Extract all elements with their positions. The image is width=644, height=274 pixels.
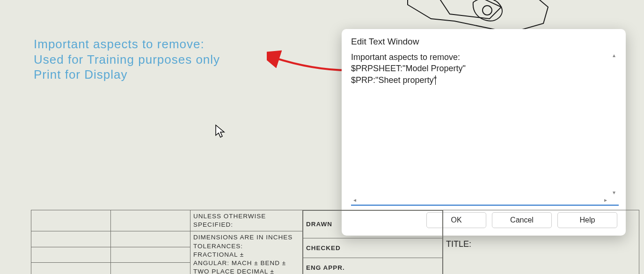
tb-checked-label: CHECKED xyxy=(303,238,443,258)
scroll-down-icon[interactable]: ▾ xyxy=(610,189,618,196)
annotation-line-1: Important aspects to remove: xyxy=(34,37,220,52)
svg-point-0 xyxy=(483,6,492,15)
tb-cell-empty xyxy=(31,210,111,231)
tb-cell-empty xyxy=(31,263,111,274)
edit-text-window-dialog: Edit Text Window Important aspects to re… xyxy=(342,29,626,236)
scroll-left-icon[interactable]: ◂ xyxy=(351,196,359,204)
tb-drawn-label: DRAWN xyxy=(303,211,443,238)
tb-spec-line: ANGULAR: MACH ± BEND ± xyxy=(193,259,300,267)
tb-signatures: DRAWN CHECKED ENG APPR. xyxy=(303,210,443,274)
tb-spec-line: TOLERANCES: xyxy=(193,242,300,251)
tb-spec-header: UNLESS OTHERWISE SPECIFIED: xyxy=(190,210,303,231)
tb-cell-empty xyxy=(111,247,190,262)
text-editor[interactable]: Important aspects to remove: $PRPSHEET:"… xyxy=(351,52,608,205)
tb-spec-line: FRACTIONAL ± xyxy=(193,251,300,259)
callout-arrow-icon xyxy=(267,44,351,73)
tb-spec-body: DIMENSIONS ARE IN INCHES TOLERANCES: FRA… xyxy=(190,231,303,274)
cursor-icon xyxy=(214,124,227,139)
tb-cell-empty xyxy=(31,247,111,262)
vertical-scrollbar[interactable]: ▴ ▾ xyxy=(609,52,619,196)
annotation-line-2: Used for Training purposes only xyxy=(34,52,220,67)
tb-engappr-label: ENG APPR. xyxy=(303,258,443,274)
drawing-annotation[interactable]: Important aspects to remove: Used for Tr… xyxy=(34,37,220,82)
tb-cell-empty xyxy=(31,231,111,247)
horizontal-scrollbar[interactable]: ◂ ▸ xyxy=(351,196,609,205)
tb-title-cell: TITLE: xyxy=(443,210,639,274)
tb-cell-empty xyxy=(111,263,190,274)
tb-spec-line: TWO PLACE DECIMAL ± xyxy=(193,267,300,274)
drawing-title-block: UNLESS OTHERWISE SPECIFIED: DRAWN CHECKE… xyxy=(31,210,639,274)
tb-spec-line: DIMENSIONS ARE IN INCHES xyxy=(193,233,300,242)
annotation-line-3: Print for Display xyxy=(34,67,220,82)
tb-title-label: TITLE: xyxy=(446,239,636,249)
tb-cell-empty xyxy=(111,210,190,231)
text-caret xyxy=(435,75,436,85)
scroll-up-icon[interactable]: ▴ xyxy=(610,52,618,59)
tb-cell-empty xyxy=(111,231,190,247)
text-editor-content: Important aspects to remove: $PRPSHEET:"… xyxy=(351,52,466,85)
text-area-container: Important aspects to remove: $PRPSHEET:"… xyxy=(351,52,619,206)
scroll-right-icon[interactable]: ▸ xyxy=(602,196,609,204)
dialog-title: Edit Text Window xyxy=(342,29,626,52)
